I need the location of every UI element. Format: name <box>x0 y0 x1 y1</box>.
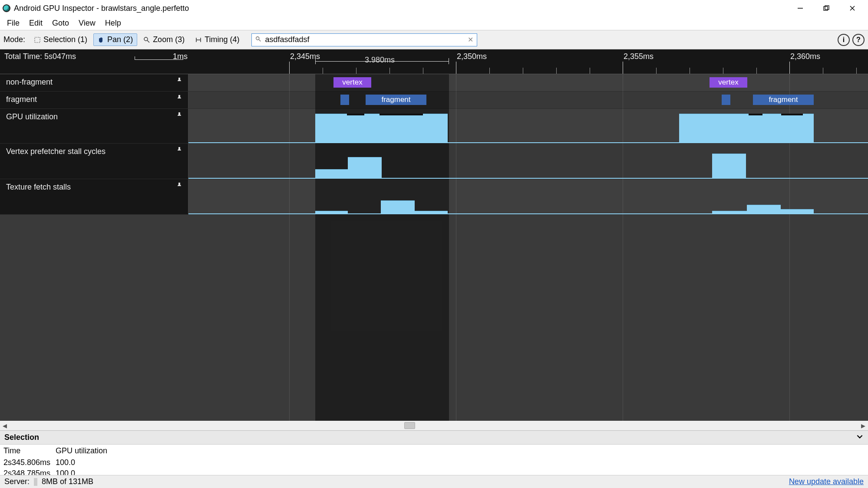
timing-icon <box>195 36 202 43</box>
counter-bar[interactable] <box>381 200 415 214</box>
menu-help[interactable]: Help <box>101 17 125 29</box>
search-box[interactable]: ✕ <box>251 33 477 46</box>
svg-point-11 <box>256 36 259 39</box>
info-button[interactable]: i <box>838 34 850 46</box>
ruler-tick-2: 2,355ms <box>624 52 653 61</box>
track-header[interactable]: fragment <box>0 92 188 108</box>
track-body[interactable] <box>188 144 868 179</box>
scrollbar-thumb[interactable] <box>404 422 415 429</box>
update-available-container: New update available <box>789 477 864 486</box>
mode-selection[interactable]: Selection (1) <box>30 33 92 46</box>
time-ruler[interactable]: Total Time: 5s047ms 1ms 2,345ms 2,350ms … <box>0 49 868 74</box>
scrollbar-track[interactable] <box>10 421 858 430</box>
pin-icon[interactable] <box>177 112 182 120</box>
counter-bar[interactable] <box>679 114 814 143</box>
counter-bar[interactable] <box>315 114 448 143</box>
counter-bar[interactable] <box>712 211 747 214</box>
ruler-tickline-minor <box>823 68 823 74</box>
slice-event[interactable]: fragment <box>753 95 814 105</box>
track-row[interactable]: Vertex prefetcher stall cycles <box>0 144 868 179</box>
mode-zoom[interactable]: Zoom (3) <box>139 33 189 46</box>
track-header[interactable]: Texture fetch stalls <box>0 179 188 214</box>
ruler-tickline-minor <box>590 68 590 74</box>
counter-baseline <box>188 178 868 179</box>
menubar: File Edit Goto View Help <box>0 16 868 30</box>
counter-bar[interactable] <box>315 169 348 179</box>
question-icon: ? <box>856 36 861 44</box>
close-button[interactable] <box>839 0 865 16</box>
maximize-button[interactable] <box>813 0 839 16</box>
track-name: fragment <box>6 95 37 104</box>
track-body[interactable]: vertexvertex <box>188 74 868 91</box>
counter-bar[interactable] <box>712 154 746 179</box>
track-name: non-fragment <box>6 78 53 87</box>
slice-event[interactable]: fragment <box>366 95 426 105</box>
track-header[interactable]: non-fragment <box>0 74 188 91</box>
gridline <box>456 74 456 215</box>
svg-line-7 <box>147 40 149 43</box>
window-titlebar: Android GPU Inspector - brawlstars_angle… <box>0 0 868 16</box>
mode-timing[interactable]: Timing (4) <box>191 33 244 46</box>
menu-edit[interactable]: Edit <box>25 17 47 29</box>
track-body[interactable] <box>188 109 868 143</box>
horizontal-scrollbar[interactable]: ◀ ▶ <box>0 421 868 430</box>
mode-timing-label: Timing (4) <box>205 35 239 44</box>
pin-icon[interactable] <box>177 78 182 85</box>
search-input[interactable] <box>265 35 464 44</box>
total-time-label: Total Time: 5s047ms <box>4 52 76 61</box>
pin-icon[interactable] <box>177 183 182 190</box>
counter-bar[interactable] <box>348 157 382 179</box>
update-link[interactable]: New update available <box>789 477 864 486</box>
selection-duration-label: 3.980ms <box>365 56 395 65</box>
track-row[interactable]: Texture fetch stalls <box>0 179 868 215</box>
menu-goto[interactable]: Goto <box>48 17 73 29</box>
ruler-tickline-minor <box>756 68 757 74</box>
gridline <box>289 215 290 421</box>
selection-panel-header[interactable]: Selection <box>0 431 868 445</box>
below-tracks-area[interactable] <box>0 215 868 421</box>
track-header[interactable]: GPU utilization <box>0 109 188 143</box>
minimize-button[interactable] <box>787 0 813 16</box>
tracks-container: non-fragmentvertexvertexfragmentfragment… <box>0 74 868 215</box>
mode-pan[interactable]: Pan (2) <box>93 33 137 46</box>
track-body[interactable]: fragmentfragment <box>188 92 868 108</box>
pin-icon[interactable] <box>177 147 182 154</box>
track-row[interactable]: GPU utilization <box>0 109 868 144</box>
ruler-tickline-minor <box>389 68 390 74</box>
menu-view[interactable]: View <box>74 17 100 29</box>
track-header[interactable]: Vertex prefetcher stall cycles <box>0 144 188 179</box>
selected-time-range <box>315 215 449 421</box>
selection-col-value[interactable]: GPU utilization <box>52 445 113 457</box>
slice-event[interactable] <box>722 95 730 105</box>
track-row[interactable]: non-fragmentvertexvertex <box>0 74 868 92</box>
selection-col-time[interactable]: Time <box>0 445 52 457</box>
gridline <box>456 215 456 421</box>
slice-event[interactable]: vertex <box>333 77 371 88</box>
counter-bar[interactable] <box>747 205 781 214</box>
counter-bar[interactable] <box>781 209 814 214</box>
scroll-left-arrow[interactable]: ◀ <box>0 422 10 429</box>
ruler-tick-3: 2,360ms <box>790 52 820 61</box>
selection-panel-title: Selection <box>4 433 39 442</box>
slice-event[interactable] <box>340 95 349 105</box>
ruler-tickline-minor <box>856 68 857 74</box>
counter-dip <box>749 114 762 115</box>
counter-bar[interactable] <box>415 211 448 214</box>
scroll-right-arrow[interactable]: ▶ <box>858 422 868 429</box>
counter-bar[interactable] <box>315 211 348 214</box>
pin-icon[interactable] <box>177 95 182 102</box>
mode-label: Mode: <box>3 35 25 44</box>
ruler-tickline <box>623 62 623 74</box>
svg-rect-5 <box>35 37 40 43</box>
track-body[interactable] <box>188 179 868 214</box>
help-button[interactable]: ? <box>852 34 865 46</box>
slice-event[interactable]: vertex <box>710 77 747 88</box>
track-row[interactable]: fragmentfragmentfragment <box>0 92 868 109</box>
track-name: Texture fetch stalls <box>6 183 71 192</box>
chevron-down-icon[interactable] <box>856 432 864 442</box>
track-name: GPU utilization <box>6 112 58 121</box>
selection-cell-val-0: 100.0 <box>52 457 113 468</box>
mode-selection-label: Selection (1) <box>43 35 87 44</box>
clear-search-icon[interactable]: ✕ <box>468 36 473 44</box>
menu-file[interactable]: File <box>3 17 24 29</box>
